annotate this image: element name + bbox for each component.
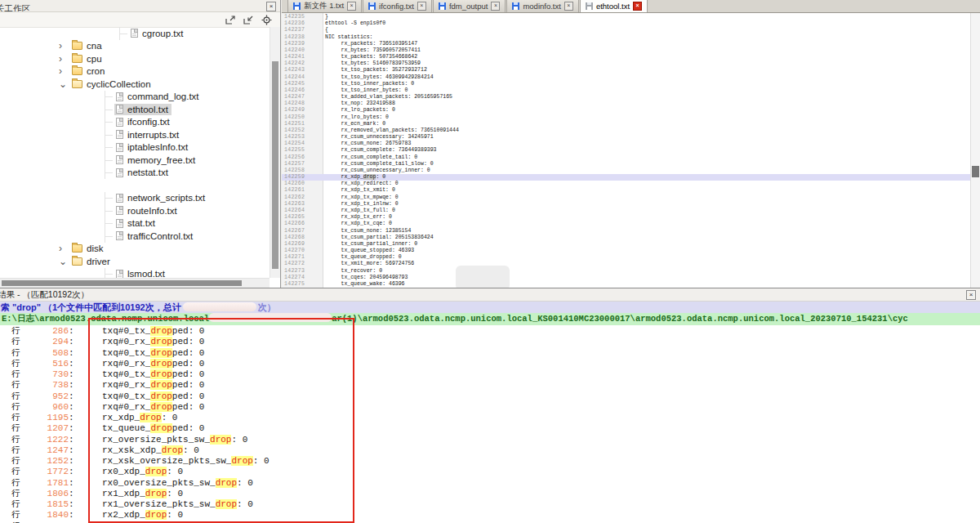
tab-close-icon[interactable]: × <box>564 2 573 11</box>
tree-item-target[interactable]: routeInfo.txt <box>114 205 180 217</box>
tree-item-routeinfo.txt[interactable]: routeInfo.txt <box>0 204 270 217</box>
tree-item-lsmod.txt[interactable]: lsmod.txt <box>0 268 270 279</box>
line-number: 142258 <box>282 168 323 174</box>
tree-item-iptablesinfo.txt[interactable]: iptablesInfo.txt <box>0 141 270 154</box>
result-row[interactable]: 行1195: rx_xdp_drop: 0 <box>0 412 980 422</box>
result-row[interactable]: 行1781: rx0_oversize_pkts_sw_drop: 0 <box>0 477 980 488</box>
tree-item-target[interactable]: netstat.txt <box>114 167 172 178</box>
expand-all-icon[interactable] <box>225 15 236 25</box>
tab-modinfo.txt[interactable]: modinfo.txt× <box>506 0 578 12</box>
tree-item-cpu[interactable]: ›cpu <box>0 52 270 65</box>
scrollbar-thumb[interactable] <box>272 61 278 269</box>
floppy-disk-icon <box>293 2 301 10</box>
search-file-path[interactable]: E:\日志\armod0523.odata.ncmp.unicom.locala… <box>0 313 980 325</box>
tab-ethtool.txt[interactable]: ethtool.txt× <box>580 0 648 12</box>
editor-vertical-scrollbar[interactable] <box>970 13 980 288</box>
result-row[interactable]: 行516: rxq#0_rx_dropped: 0 <box>0 358 980 369</box>
tree-item-target[interactable]: cron <box>70 65 108 77</box>
chevron-right-icon[interactable]: › <box>59 41 70 51</box>
chevron-right-icon[interactable]: › <box>59 244 70 253</box>
editor-line: 142271 tx_queue_dropped: 0 <box>282 254 970 261</box>
tree-item-target[interactable]: stat.txt <box>114 217 158 229</box>
result-row[interactable]: 行294: rxq#0_rx_dropped: 0 <box>0 336 980 346</box>
tree-item-cron[interactable]: ›cron <box>0 65 270 78</box>
result-row[interactable]: 行960: rxq#0_rx_dropped: 0 <box>0 401 980 412</box>
tree-item-disk[interactable]: ›disk <box>0 243 270 256</box>
result-row[interactable]: 行1840: rx2_xdp_drop: 0 <box>0 509 980 520</box>
collapse-all-icon[interactable] <box>243 15 254 25</box>
result-row[interactable]: 行1247: rx_xsk_xdp_drop: 0 <box>0 445 980 455</box>
locate-file-icon[interactable] <box>261 15 272 25</box>
chevron-down-icon[interactable]: ⌄ <box>59 79 70 89</box>
results-close-icon[interactable]: × <box>966 290 976 300</box>
tab-fdm-output[interactable]: fdm_output× <box>433 0 506 12</box>
tab-ifconfig.txt[interactable]: ifconfig.txt× <box>363 0 432 12</box>
tree-item-target[interactable]: network_scripts.txt <box>114 192 208 203</box>
result-row[interactable]: 行730: txq#0_tx_dropped: 0 <box>0 369 980 379</box>
chevron-down-icon[interactable]: ⌄ <box>59 257 70 266</box>
tree-item-netstat.txt[interactable]: netstat.txt <box>0 167 270 180</box>
editor-content[interactable]: 142235}142236ethtool -S enp1s0f0142237{1… <box>282 13 980 288</box>
tree-item-cycliccollection[interactable]: ⌄cyclicCollection <box>0 78 270 91</box>
workspace-close-icon[interactable]: × <box>266 2 276 11</box>
chevron-right-icon[interactable]: › <box>59 54 70 64</box>
tree-item-target[interactable]: cpu <box>70 53 105 65</box>
tree-item-target[interactable]: ethtool.txt <box>114 104 172 115</box>
tree-item-target[interactable]: cgroup.txt <box>129 28 187 39</box>
tree-item-target[interactable]: memory_free.txt <box>114 154 198 166</box>
tree-item-stat.txt[interactable]: stat.txt <box>0 217 270 230</box>
tree-item-target[interactable]: command_log.txt <box>114 91 203 102</box>
sidebar-vertical-scrollbar[interactable] <box>270 27 280 278</box>
tree-item-ifconfig.txt[interactable]: ifconfig.txt <box>0 116 270 129</box>
tree-item-target[interactable]: cyclicCollection <box>70 78 154 90</box>
tab-close-icon[interactable]: × <box>491 2 500 11</box>
tree-item-target[interactable]: ifconfig.txt <box>114 116 173 127</box>
tree-item-cgroup.txt[interactable]: cgroup.txt <box>0 27 270 40</box>
tree-item-target[interactable]: cna <box>70 40 105 51</box>
tree-item-cna[interactable]: ›cna <box>0 40 270 53</box>
result-row[interactable]: 行1252: rx_xsk_oversize_pkts_sw_drop: 0 <box>0 455 980 466</box>
tree-connector-line <box>103 230 114 243</box>
result-row[interactable]: 行738: rxq#0_rx_dropped: 0 <box>0 379 980 390</box>
tree-item-target[interactable]: lsmod.txt <box>114 268 168 278</box>
chevron-right-icon[interactable]: › <box>59 66 70 76</box>
sidebar-horizontal-scrollbar[interactable] <box>0 278 270 288</box>
tree-item-interrupts.txt[interactable]: interrupts.txt <box>0 128 270 141</box>
tree-item-network-scripts.txt[interactable]: network_scripts.txt <box>0 192 270 205</box>
result-line-number: 1247 <box>33 445 69 456</box>
line-number: 142253 <box>282 134 323 141</box>
result-line-number: 1815 <box>33 499 69 510</box>
line-number: 142266 <box>282 221 323 227</box>
tree-item-memory-free.txt[interactable]: memory_free.txt <box>0 154 270 167</box>
line-number: 142242 <box>282 60 323 67</box>
tree-item-trafficcontrol.txt[interactable]: trafficControl.txt <box>0 230 270 243</box>
tree-item-redacted[interactable] <box>0 179 270 192</box>
tab-close-icon[interactable]: × <box>633 2 642 11</box>
tree-item-command-log.txt[interactable]: command_log.txt <box>0 91 270 104</box>
tab-close-icon[interactable]: × <box>347 2 356 11</box>
tree-item-target[interactable]: iptablesInfo.txt <box>114 141 191 153</box>
line-number: 142250 <box>282 114 323 121</box>
tree-item-target[interactable]: trafficControl.txt <box>114 230 196 242</box>
result-row[interactable]: 行286: txq#0_tx_dropped: 0 <box>0 325 980 336</box>
tab-close-icon[interactable]: × <box>417 2 426 11</box>
result-row[interactable]: 行1815: rx1_oversize_pkts_sw_drop: 0 <box>0 498 980 509</box>
tree-item-driver[interactable]: ⌄driver <box>0 255 270 268</box>
tree-item-target[interactable]: driver <box>70 256 114 267</box>
tree-item-target[interactable]: disk <box>70 243 106 254</box>
result-row[interactable]: 行1806: rx1_xdp_drop: 0 <box>0 488 980 498</box>
scrollbar-thumb[interactable] <box>972 166 979 177</box>
result-row[interactable]: 行1849: rx2_oversize_pkts_sw_drop: 0 <box>0 521 980 523</box>
folder-icon <box>72 67 82 75</box>
tree-item-ethtool.txt[interactable]: ethtool.txt <box>0 103 270 116</box>
tree-item-target[interactable]: interrupts.txt <box>114 129 182 141</box>
result-row[interactable]: 行1207: tx_queue_dropped: 0 <box>0 422 980 433</box>
result-row[interactable]: 行1772: rx0_xdp_drop: 0 <box>0 466 980 476</box>
editor-line-text: rx_ecn_mark: 0 <box>323 121 385 127</box>
scrollbar-thumb[interactable] <box>2 280 242 286</box>
result-row[interactable]: 行508: txq#0_tx_dropped: 0 <box>0 347 980 358</box>
result-row[interactable]: 行952: txq#0_tx_dropped: 0 <box>0 391 980 401</box>
line-number: 142252 <box>282 127 323 134</box>
tab--1.txt[interactable]: 新文件 1.txt× <box>287 0 362 12</box>
result-row[interactable]: 行1222: rx_oversize_pkts_sw_drop: 0 <box>0 434 980 445</box>
